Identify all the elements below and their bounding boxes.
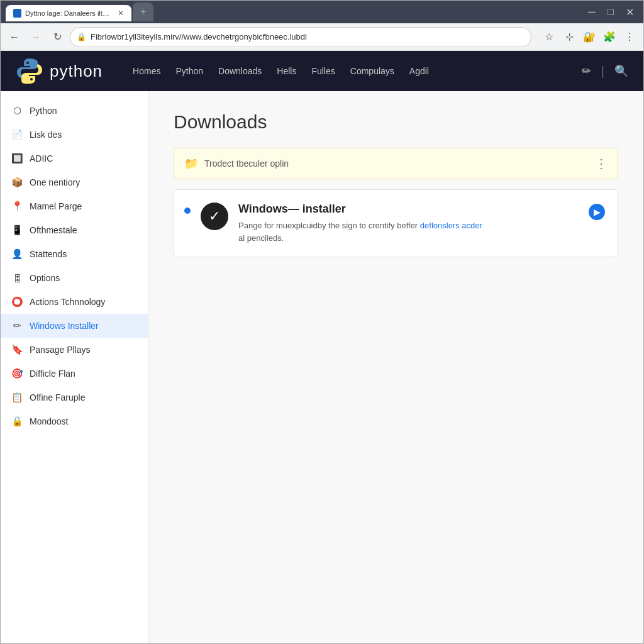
options-icon: 🎛 <box>11 272 23 284</box>
search-nav-icon[interactable]: 🔍 <box>614 64 628 78</box>
tab-close-button[interactable]: ✕ <box>118 9 124 18</box>
close-button[interactable]: ✕ <box>621 3 638 21</box>
windows-installer-icon: ✏ <box>11 319 23 332</box>
sidebar-item-pansage-pllays[interactable]: 🔖 Pansage Pllays <box>1 338 148 362</box>
sidebar-label-difficle-flan: Difficle Flan <box>30 369 75 379</box>
menu-button[interactable]: ⋮ <box>621 28 638 46</box>
sidebar-item-offine-faruple[interactable]: 📋 Offine Faruple <box>1 386 148 409</box>
adiic-icon: 🔲 <box>11 152 23 165</box>
card-title: Windows— installer <box>238 203 579 216</box>
mondoost-icon: 🔒 <box>11 415 23 428</box>
tab-area: Dyttno lage: Danaleers iltrou... ✕ + <box>6 3 575 21</box>
sidebar-label-mamel-parge: Mamel Parge <box>30 201 82 211</box>
bookmark-star-button[interactable]: ☆ <box>540 28 558 46</box>
sidebar-label-stattends: Stattends <box>30 249 67 259</box>
page-title: Downloads <box>174 111 618 133</box>
nav-link-agdil[interactable]: Agdil <box>409 66 429 76</box>
one-nentiory-icon: 📦 <box>11 176 23 189</box>
sidebar-item-mondoost[interactable]: 🔒 Mondoost <box>1 409 148 433</box>
url-bar[interactable]: 🔒 Fibrlowbr1yll3iteylls.mirv//www.devche… <box>70 27 531 47</box>
nav-link-downloads[interactable]: Downloads <box>218 66 262 76</box>
sidebar-item-difficle-flan[interactable]: 🎯 Difficle Flan <box>1 362 148 386</box>
folder-icon: 📁 <box>184 157 198 170</box>
sidebar-item-actions-tchnnology[interactable]: ⭕ Actions Tchnnology <box>1 290 148 314</box>
sidebar-label-pansage-pllays: Pansage Pllays <box>30 345 91 355</box>
title-bar: Dyttno lage: Danaleers iltrou... ✕ + ─ □… <box>1 1 643 23</box>
nav-links: Homes Python Downloads Hells Fulles Comp… <box>133 66 429 76</box>
minimize-button[interactable]: ─ <box>583 3 601 21</box>
edit-nav-icon[interactable]: ✏ <box>582 64 591 78</box>
site-container: python Homes Python Downloads Hells Full… <box>1 51 643 643</box>
nav-link-hells[interactable]: Hells <box>277 66 296 76</box>
actions-tchnnology-icon: ⭕ <box>11 296 23 308</box>
tab-title: Dyttno lage: Danaleers iltrou... <box>25 9 111 17</box>
sidebar-label-adiic: ADIIC <box>30 153 53 164</box>
blue-dot-indicator <box>184 208 191 214</box>
new-tab-icon: + <box>140 6 146 18</box>
inactive-tab[interactable]: + <box>133 3 153 21</box>
sidebar-item-lisk-des[interactable]: 📄 Lisk des <box>1 123 148 147</box>
bookmark-list-button[interactable]: ⊹ <box>560 28 578 46</box>
sidebar-label-python: Python <box>30 106 57 116</box>
sidebar-item-ofthmestale[interactable]: 📱 Ofthmestale <box>1 218 148 242</box>
python-sidebar-icon: ⬡ <box>11 104 23 117</box>
sidebar-label-options: Options <box>30 273 60 283</box>
site-nav: python Homes Python Downloads Hells Full… <box>1 51 643 91</box>
url-text: Fibrlowbr1yll3iteylls.mirv//www.devchetr… <box>91 32 523 42</box>
sidebar-label-windows-installer: Windows Installer <box>30 321 99 331</box>
banner-left: 📁 Trodect tbeculer oplin <box>184 157 289 170</box>
offine-faruple-icon: 📋 <box>11 391 23 404</box>
active-tab[interactable]: Dyttno lage: Danaleers iltrou... ✕ <box>6 5 131 21</box>
card-link[interactable]: deflonslers acder <box>420 221 482 230</box>
card-content: Windows— installer Pange for muexplcuidb… <box>238 203 579 244</box>
download-card: ✓ Windows— installer Pange for muexplcui… <box>174 189 618 257</box>
nav-link-homes[interactable]: Homes <box>133 66 160 76</box>
sidebar-item-mamel-parge[interactable]: 📍 Mamel Parge <box>1 194 148 218</box>
tab-favicon <box>13 9 21 18</box>
card-desc-text1: Pange for muexplcuidby the sign to crent… <box>238 221 418 230</box>
account-button[interactable]: 🔐 <box>580 28 598 46</box>
sidebar-item-stattends[interactable]: 👤 Stattends <box>1 242 148 266</box>
nav-link-python[interactable]: Python <box>175 66 203 76</box>
pansage-pllays-icon: 🔖 <box>11 343 23 356</box>
logo-text: python <box>50 62 103 81</box>
reload-button[interactable]: ↻ <box>48 28 66 46</box>
nav-right: ✏ | 🔍 <box>582 64 628 79</box>
site-logo: python <box>16 57 103 85</box>
browser-window: Dyttno lage: Danaleers iltrou... ✕ + ─ □… <box>0 0 644 644</box>
sidebar-item-options[interactable]: 🎛 Options <box>1 266 148 290</box>
lisk-des-icon: 📄 <box>11 128 23 141</box>
main-content: Downloads 📁 Trodect tbeculer oplin ⋮ ✓ <box>148 91 643 643</box>
card-description: Pange for muexplcuidby the sign to crent… <box>238 219 579 244</box>
sidebar-label-ofthmestale: Ofthmestale <box>30 225 77 235</box>
lock-icon: 🔒 <box>77 33 86 42</box>
stattends-icon: 👤 <box>11 248 23 260</box>
mamel-parge-icon: 📍 <box>11 200 23 213</box>
card-arrow-button[interactable]: ▶ <box>589 204 605 220</box>
sidebar-item-python[interactable]: ⬡ Python <box>1 99 148 123</box>
sidebar: ⬡ Python 📄 Lisk des 🔲 ADIIC 📦 One nentio… <box>1 91 148 643</box>
banner-menu-button[interactable]: ⋮ <box>595 156 608 171</box>
back-button[interactable]: ← <box>6 28 23 46</box>
window-controls: ─ □ ✕ <box>583 3 638 21</box>
sidebar-label-mondoost: Mondoost <box>30 416 68 426</box>
nav-divider: | <box>601 64 604 79</box>
sidebar-item-windows-installer[interactable]: ✏ Windows Installer <box>1 314 148 338</box>
nav-link-fulles[interactable]: Fulles <box>311 66 335 76</box>
forward-button[interactable]: → <box>27 28 45 46</box>
sidebar-label-one-nentiory: One nentiory <box>30 177 80 187</box>
banner-text: Trodect tbeculer oplin <box>204 158 289 169</box>
address-bar: ← → ↻ 🔒 Fibrlowbr1yll3iteylls.mirv//www.… <box>1 23 643 51</box>
sidebar-label-lisk-des: Lisk des <box>30 130 62 140</box>
sidebar-item-one-nentiory[interactable]: 📦 One nentiory <box>1 170 148 194</box>
content-area: ⬡ Python 📄 Lisk des 🔲 ADIIC 📦 One nentio… <box>1 91 643 643</box>
sidebar-item-adiic[interactable]: 🔲 ADIIC <box>1 147 148 170</box>
extension-button[interactable]: 🧩 <box>601 28 618 46</box>
url-actions: ☆ ⊹ 🔐 🧩 ⋮ <box>540 28 638 46</box>
nav-link-compulays[interactable]: Compulays <box>350 66 394 76</box>
sidebar-label-actions-tchnnology: Actions Tchnnology <box>30 297 105 307</box>
restore-button[interactable]: □ <box>602 3 619 21</box>
sidebar-label-offine-faruple: Offine Faruple <box>30 392 85 402</box>
python-logo-svg <box>16 57 43 85</box>
check-circle-icon: ✓ <box>201 203 228 230</box>
